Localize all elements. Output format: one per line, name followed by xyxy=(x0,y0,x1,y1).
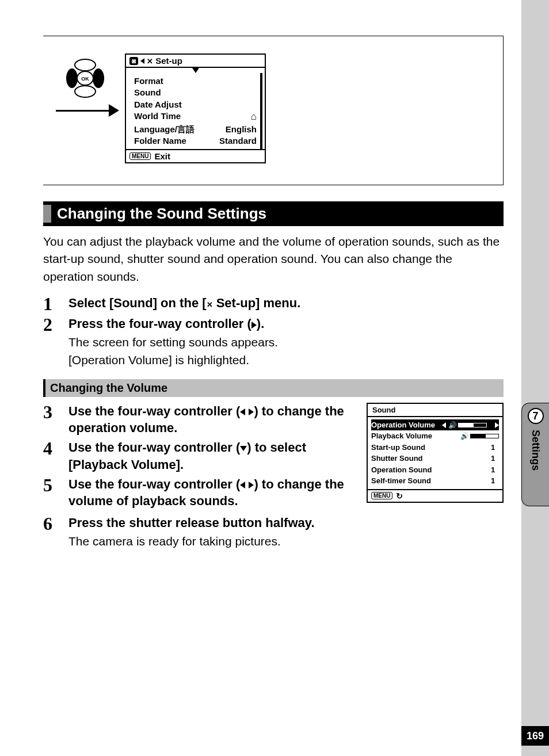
step-2: 2 Press the four-way controller (). The … xyxy=(43,315,504,368)
step-title-text: Press the four-way controller ( xyxy=(68,316,251,331)
svg-point-2 xyxy=(66,68,78,88)
step-number: 3 xyxy=(43,403,68,437)
section-heading-text: Changing the Sound Settings xyxy=(57,205,266,223)
step-title-text: Select [Sound] on the [ xyxy=(68,296,207,310)
setup-menu-screen: ◙ Set-up Format Sound Date Adjust World … xyxy=(125,54,266,163)
row-label: Playback Volume xyxy=(371,430,458,442)
step-title-text: Use the four-way controller ( xyxy=(68,404,240,418)
menu-button-icon: MENU xyxy=(371,492,392,499)
step-6: 6 Press the shutter release button halfw… xyxy=(43,514,504,549)
step-number: 5 xyxy=(43,476,68,510)
camera-tab-icon: ◙ xyxy=(129,57,138,65)
sound-row: Start-up Sound1 xyxy=(371,442,499,453)
row-value: 1 xyxy=(491,442,499,453)
step-desc: The camera is ready for taking pictures. xyxy=(68,533,504,549)
row-label: Start-up Sound xyxy=(371,442,489,453)
row-label: Shutter Sound xyxy=(371,453,489,464)
subheader: Changing the Volume xyxy=(43,379,504,397)
row-label: Operation Volume xyxy=(371,419,440,431)
setup-title: Set-up xyxy=(155,56,182,66)
top-figure-box: OK ◙ Set-up Format Sound Date Adjust Wor… xyxy=(43,36,504,185)
down-arrow-icon xyxy=(240,446,247,451)
svg-point-1 xyxy=(75,86,96,97)
step-number: 4 xyxy=(43,439,68,473)
exit-label: Exit xyxy=(154,151,170,161)
right-arrow-icon xyxy=(495,422,499,428)
volume-bar xyxy=(458,423,487,427)
menu-item: Language/ xyxy=(134,124,177,134)
menu-value: Standard xyxy=(219,135,257,147)
row-label: Self-timer Sound xyxy=(371,475,489,487)
step-1: 1 Select [Sound] on the [ Set-up] menu. xyxy=(43,295,504,313)
right-margin-strip xyxy=(521,0,549,756)
right-arrow-icon xyxy=(251,322,257,329)
step-title-text: Use the four-way controller ( xyxy=(68,440,240,455)
step-title-text: Set-up] menu. xyxy=(213,296,301,310)
sound-row: Shutter Sound1 xyxy=(371,453,499,464)
speaker-icon: 🔊 xyxy=(460,431,468,441)
sound-row-playback-volume: Playback Volume 🔊 xyxy=(371,430,499,442)
menu-item: Sound xyxy=(134,87,161,98)
left-arrow-icon xyxy=(240,482,245,488)
left-arrow-icon xyxy=(240,408,245,415)
menu-item: Format xyxy=(134,75,163,87)
left-arrow-icon xyxy=(442,422,446,428)
speaker-icon: 🔊 xyxy=(448,420,456,430)
home-icon xyxy=(251,110,257,124)
row-value: 1 xyxy=(491,453,499,464)
section-heading: Changing the Sound Settings xyxy=(43,201,504,226)
side-tab-label: Settings xyxy=(529,430,542,471)
page-number: 169 xyxy=(521,726,549,746)
step-number: 6 xyxy=(43,514,68,549)
row-value: 1 xyxy=(491,475,499,487)
step-title-text: Use the four-way controller ( xyxy=(68,477,240,491)
arrow-right-icon xyxy=(56,104,119,117)
svg-point-0 xyxy=(75,59,96,71)
side-tab-number: 7 xyxy=(528,408,544,424)
four-way-controller-icon: OK xyxy=(65,58,105,98)
menu-item: Folder Name xyxy=(134,135,186,147)
back-icon xyxy=(396,491,403,501)
step-4: 4 Use the four-way controller () to sele… xyxy=(43,439,356,473)
step-number: 1 xyxy=(43,295,68,313)
sound-row-operation-volume: Operation Volume 🔊 xyxy=(371,419,499,431)
step-title-text: Press the shutter release button halfway… xyxy=(68,514,504,532)
svg-point-3 xyxy=(93,68,104,88)
step-desc: [Operation Volume] is highlighted. xyxy=(68,352,504,368)
sound-row: Self-timer Sound1 xyxy=(371,475,499,487)
step-title-text: ). xyxy=(257,316,264,331)
sound-screen: Sound Operation Volume 🔊 Playback Volume… xyxy=(367,403,504,503)
sound-row: Operation Sound1 xyxy=(371,464,499,476)
row-value: 1 xyxy=(491,464,499,476)
step-number: 2 xyxy=(43,315,68,368)
step-5: 5 Use the four-way controller ( ) to cha… xyxy=(43,476,356,510)
tools-icon xyxy=(147,56,153,66)
sound-screen-title: Sound xyxy=(368,404,502,417)
menu-item: World Time xyxy=(134,110,181,124)
svg-text:OK: OK xyxy=(81,76,89,82)
step-3: 3 Use the four-way controller ( ) to cha… xyxy=(43,403,356,437)
menu-item: Date Adjust xyxy=(134,99,182,110)
side-tab: 7 Settings xyxy=(521,403,549,506)
tools-icon xyxy=(207,298,213,310)
step-desc: The screen for setting sounds appears. xyxy=(68,334,504,350)
left-tab-arrow-icon xyxy=(140,58,144,64)
menu-button-icon: MENU xyxy=(129,152,151,160)
volume-bar xyxy=(470,434,499,438)
intro-paragraph: You can adjust the playback volume and t… xyxy=(43,233,504,285)
down-arrow-icon xyxy=(192,68,199,73)
row-label: Operation Sound xyxy=(371,464,489,476)
menu-value: English xyxy=(226,124,257,135)
lang-suffix: 言語 xyxy=(177,124,195,134)
